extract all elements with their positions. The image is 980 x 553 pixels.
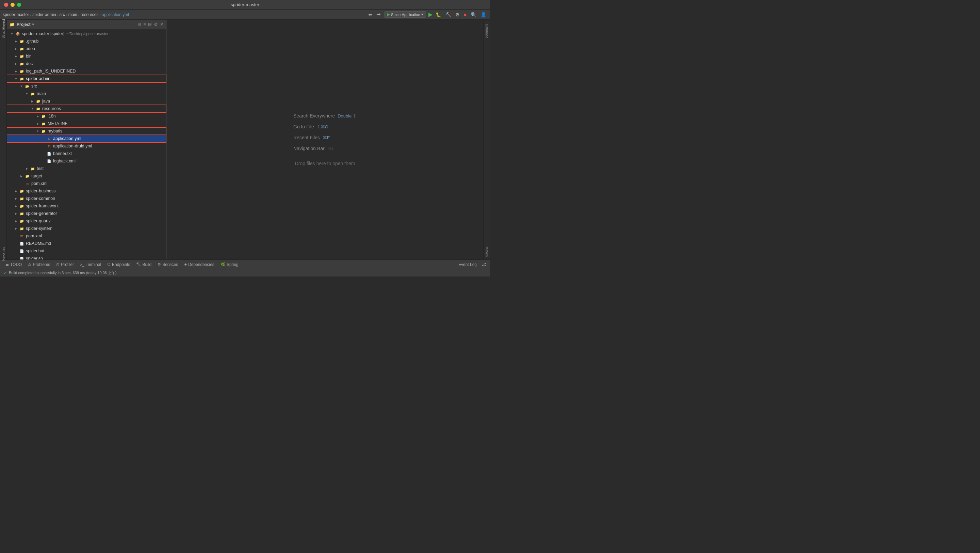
- tab-dependencies[interactable]: ◈ Dependencies: [181, 261, 217, 268]
- list-item[interactable]: 📁 spider-business: [7, 187, 166, 195]
- tab-build[interactable]: 🔨 Build: [134, 261, 154, 268]
- list-item[interactable]: 📄 spider.sh: [7, 255, 166, 260]
- yml-icon: ⚙: [46, 143, 52, 149]
- tree-root[interactable]: 📦 sprider-master [spider] ~/Desktop/spri…: [7, 30, 166, 37]
- folder-icon: 📁: [24, 173, 30, 179]
- sidebar-item-structure[interactable]: Structure: [0, 29, 6, 35]
- spider-admin-item[interactable]: 📁 spider-admin: [7, 75, 166, 83]
- breadcrumb-part-0[interactable]: sprider-master: [3, 12, 29, 17]
- list-item[interactable]: 📁 java: [7, 97, 166, 105]
- run-button[interactable]: ▶: [428, 11, 433, 18]
- expand-all-button[interactable]: ≡: [143, 22, 146, 27]
- txt-icon: 📄: [46, 151, 52, 156]
- forward-button[interactable]: ⮕: [375, 12, 382, 18]
- list-item[interactable]: 📄 README.md: [7, 240, 166, 247]
- tab-spring[interactable]: 🌿 Spring: [218, 261, 241, 268]
- list-item[interactable]: 📁 spider-framework: [7, 202, 166, 210]
- list-item[interactable]: 📁 spider-quartz: [7, 217, 166, 225]
- close-button[interactable]: [4, 3, 8, 7]
- sidebar-item-database[interactable]: Database: [484, 21, 490, 41]
- todo-icon: ☰: [5, 262, 9, 267]
- application-yml-item[interactable]: ⚙ application.yml: [7, 135, 166, 142]
- tab-profiler[interactable]: ◷ Profiler: [53, 261, 76, 268]
- profiler-icon: ◷: [56, 262, 60, 267]
- tab-todo[interactable]: ☰ TODO: [3, 261, 24, 268]
- folder-icon: 📁: [19, 46, 24, 51]
- nav-bar-key: ⌘↑: [327, 146, 334, 151]
- arrow: [41, 144, 46, 148]
- breadcrumb-part-2[interactable]: src: [60, 12, 65, 17]
- git-icon[interactable]: ⎇: [481, 262, 487, 267]
- minimize-button[interactable]: [11, 3, 14, 7]
- goto-file-label: Go to File: [293, 124, 314, 129]
- list-item[interactable]: 📁 test: [7, 165, 166, 172]
- collapse-all-button[interactable]: ⊟: [137, 22, 141, 27]
- sidebar-item-favorites[interactable]: Favorites: [0, 251, 6, 257]
- search-button[interactable]: 🔍: [469, 12, 477, 18]
- list-item[interactable]: ⚙ application-druid.yml: [7, 142, 166, 150]
- tab-services[interactable]: ⚙ Services: [155, 261, 181, 268]
- folder-icon: 📁: [19, 203, 24, 209]
- services-icon: ⚙: [158, 262, 161, 267]
- panel-dropdown[interactable]: ▾: [32, 22, 34, 27]
- maximize-button[interactable]: [17, 3, 21, 7]
- nav-right: ⬅ ⮕ ▶ SpiderApplication ▾ ▶ 🐛 🔨 ⚙ ■ 🔍 👤: [367, 11, 487, 18]
- list-item[interactable]: 📄 spider.bat: [7, 247, 166, 255]
- list-item[interactable]: 📁 spider-system: [7, 225, 166, 232]
- list-item[interactable]: m pom.xml: [7, 180, 166, 187]
- tab-todo-label: TODO: [10, 262, 22, 267]
- user-button[interactable]: 👤: [479, 12, 487, 18]
- md-icon: 📄: [19, 241, 24, 246]
- run-config-button[interactable]: ▶ SpiderApplication ▾: [384, 11, 426, 18]
- list-item[interactable]: 📁 META-INF: [7, 120, 166, 127]
- sidebar-item-maven[interactable]: Maven: [484, 244, 490, 260]
- yml-icon: ⚙: [46, 136, 52, 141]
- stop-button[interactable]: ■: [463, 12, 468, 18]
- list-item[interactable]: m pom.xml: [7, 232, 166, 240]
- folder-resources-icon: 📁: [35, 106, 41, 112]
- breadcrumb-part-3[interactable]: main: [68, 12, 77, 17]
- breadcrumb-part-1[interactable]: spider-admin: [32, 12, 56, 17]
- mybatis-item[interactable]: 📁 mybatis: [7, 127, 166, 135]
- list-item[interactable]: 📁 .idea: [7, 45, 166, 53]
- arrow: [14, 189, 18, 193]
- breadcrumb-part-4[interactable]: resources: [81, 12, 99, 17]
- title-bar: sprider-master: [0, 0, 490, 10]
- tab-problems[interactable]: ⚠ Problems: [25, 261, 53, 268]
- shortcut-row-search: Search Everywhere Double ⇧: [293, 113, 356, 118]
- filter-button[interactable]: ⊟: [148, 22, 152, 27]
- breadcrumb-part-5[interactable]: application.yml: [102, 12, 129, 17]
- list-item[interactable]: 📄 banner.txt: [7, 150, 166, 157]
- folder-icon: 📁: [19, 218, 24, 224]
- chevron-down-icon: ▾: [421, 12, 423, 17]
- list-item[interactable]: 📁 spider-common: [7, 195, 166, 202]
- arrow: [14, 241, 18, 246]
- gear-icon[interactable]: ⚙: [154, 22, 158, 27]
- close-panel-button[interactable]: ✕: [160, 22, 164, 27]
- shortcut-row-nav: Navigation Bar ⌘↑: [293, 146, 356, 151]
- settings-more-button[interactable]: ⚙: [454, 12, 461, 18]
- resources-item[interactable]: 📁 resources: [7, 105, 166, 112]
- project-panel: 📁 Project ▾ ⊟ ≡ ⊟ ⚙ ✕ 📦 sprider-master […: [7, 20, 167, 260]
- list-item[interactable]: 📂 src: [7, 83, 166, 90]
- tab-terminal[interactable]: >_ Terminal: [77, 261, 104, 268]
- bat-icon: 📄: [19, 248, 24, 254]
- recent-files-key: ⌘E: [323, 135, 330, 140]
- list-item[interactable]: 📄 logback.xml: [7, 157, 166, 165]
- back-button[interactable]: ⬅: [367, 12, 373, 18]
- tab-event-log[interactable]: Event Log: [456, 261, 479, 268]
- list-item[interactable]: 📁 .github: [7, 37, 166, 45]
- list-item[interactable]: 📁 i18n: [7, 112, 166, 120]
- list-item[interactable]: 📁 bin: [7, 53, 166, 60]
- list-item[interactable]: 📁 target: [7, 172, 166, 180]
- tab-terminal-label: Terminal: [86, 262, 101, 267]
- folder-icon: 📁: [41, 128, 46, 134]
- build-button[interactable]: 🔨: [444, 12, 452, 18]
- list-item[interactable]: 📁 log_path_IS_UNDEFINED: [7, 67, 166, 75]
- list-item[interactable]: 📁 doc: [7, 60, 166, 67]
- tab-event-log-label: Event Log: [458, 262, 477, 267]
- list-item[interactable]: 📁 spider-generator: [7, 210, 166, 217]
- debug-button[interactable]: 🐛: [434, 12, 442, 18]
- list-item[interactable]: 📁 main: [7, 90, 166, 97]
- tab-endpoints[interactable]: ⬡ Endpoints: [105, 261, 133, 268]
